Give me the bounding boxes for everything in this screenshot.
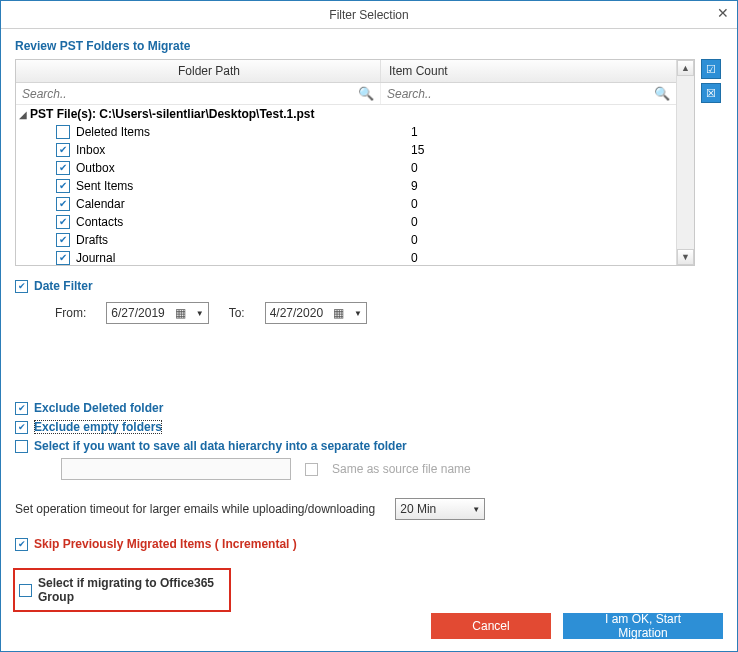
folder-row[interactable]: Outbox0 <box>16 159 676 177</box>
o365-row[interactable]: Select if migrating to Office365 Group <box>19 576 225 604</box>
folder-count: 0 <box>411 215 418 229</box>
to-date-input[interactable]: 4/27/2020 ▦▼ <box>265 302 367 324</box>
timeout-select[interactable]: 20 Min ▼ <box>395 498 485 520</box>
chevron-down-icon[interactable]: ▼ <box>472 505 480 514</box>
exclude-deleted-row[interactable]: Exclude Deleted folder <box>15 401 723 415</box>
timeout-label: Set operation timeout for larger emails … <box>15 502 375 516</box>
search-icon[interactable]: 🔍 <box>634 86 670 101</box>
folder-name: Outbox <box>76 161 115 175</box>
hierarchy-label: Select if you want to save all data hier… <box>34 439 407 453</box>
deselect-all-button[interactable]: ☒ <box>701 83 721 103</box>
search-folder[interactable]: 🔍 <box>16 83 381 104</box>
expander-icon[interactable]: ◢ <box>16 109 30 120</box>
folder-count: 15 <box>411 143 424 157</box>
scroll-down-icon[interactable]: ▼ <box>677 249 694 265</box>
skip-migrated-label: Skip Previously Migrated Items ( Increme… <box>34 537 297 551</box>
o365-checkbox[interactable] <box>19 584 32 597</box>
col-item-count[interactable]: Item Count <box>381 60 676 82</box>
calendar-icon[interactable]: ▦ <box>333 306 344 320</box>
exclude-deleted-checkbox[interactable] <box>15 402 28 415</box>
folder-count: 9 <box>411 179 418 193</box>
search-count[interactable]: 🔍 <box>381 83 676 104</box>
folder-row[interactable]: Inbox15 <box>16 141 676 159</box>
exclude-empty-label: Exclude empty folders <box>34 420 162 434</box>
to-label: To: <box>229 306 245 320</box>
scrollbar[interactable]: ▲ ▼ <box>676 60 694 265</box>
exclude-empty-row[interactable]: Exclude empty folders <box>15 420 723 434</box>
exclude-empty-checkbox[interactable] <box>15 421 28 434</box>
chevron-down-icon[interactable]: ▼ <box>196 309 204 318</box>
folder-name: Sent Items <box>76 179 133 193</box>
same-as-source-checkbox <box>305 463 318 476</box>
section-heading: Review PST Folders to Migrate <box>1 29 737 59</box>
o365-label: Select if migrating to Office365 Group <box>38 576 225 604</box>
root-label: PST File(s): C:\Users\-silentliar\Deskto… <box>30 107 315 121</box>
folder-checkbox[interactable] <box>56 161 70 175</box>
grid-header: Folder Path Item Count <box>16 60 676 83</box>
title-bar: Filter Selection ✕ <box>1 1 737 29</box>
window-title: Filter Selection <box>329 8 408 22</box>
search-folder-input[interactable] <box>22 87 338 101</box>
scroll-up-icon[interactable]: ▲ <box>677 60 694 76</box>
chevron-down-icon[interactable]: ▼ <box>354 309 362 318</box>
folder-count: 0 <box>411 197 418 211</box>
folder-checkbox[interactable] <box>56 197 70 211</box>
folder-checkbox[interactable] <box>56 233 70 247</box>
folder-row[interactable]: Sent Items9 <box>16 177 676 195</box>
skip-migrated-row[interactable]: Skip Previously Migrated Items ( Increme… <box>15 537 723 551</box>
exclude-deleted-label: Exclude Deleted folder <box>34 401 163 415</box>
date-filter-label: Date Filter <box>34 279 93 293</box>
folder-checkbox[interactable] <box>56 251 70 265</box>
same-as-source-label: Same as source file name <box>332 462 471 476</box>
start-migration-button[interactable]: I am OK, Start Migration <box>563 613 723 639</box>
folder-name: Contacts <box>76 215 123 229</box>
folder-count: 0 <box>411 161 418 175</box>
folder-count: 1 <box>411 125 418 139</box>
folder-checkbox[interactable] <box>56 179 70 193</box>
from-date-input[interactable]: 6/27/2019 ▦▼ <box>106 302 208 324</box>
hierarchy-row[interactable]: Select if you want to save all data hier… <box>15 439 723 453</box>
col-folder-path[interactable]: Folder Path <box>16 60 381 82</box>
search-count-input[interactable] <box>387 87 634 101</box>
select-all-button[interactable]: ☑ <box>701 59 721 79</box>
folder-name: Inbox <box>76 143 105 157</box>
folder-count: 0 <box>411 251 418 265</box>
folder-row[interactable]: Drafts0 <box>16 231 676 249</box>
folder-row[interactable]: Contacts0 <box>16 213 676 231</box>
search-icon[interactable]: 🔍 <box>338 86 374 101</box>
folder-checkbox[interactable] <box>56 125 70 139</box>
folder-checkbox[interactable] <box>56 143 70 157</box>
folder-row[interactable]: Deleted Items1 <box>16 123 676 141</box>
cancel-button[interactable]: Cancel <box>431 613 551 639</box>
folder-row[interactable]: Calendar0 <box>16 195 676 213</box>
skip-migrated-checkbox[interactable] <box>15 538 28 551</box>
tree-root[interactable]: ◢ PST File(s): C:\Users\-silentliar\Desk… <box>16 105 676 123</box>
folder-row[interactable]: Journal0 <box>16 249 676 265</box>
calendar-icon[interactable]: ▦ <box>175 306 186 320</box>
date-filter-checkbox[interactable] <box>15 280 28 293</box>
folder-count: 0 <box>411 233 418 247</box>
o365-highlight-box: Select if migrating to Office365 Group <box>13 568 231 612</box>
date-filter-row[interactable]: Date Filter <box>15 279 723 293</box>
hierarchy-checkbox[interactable] <box>15 440 28 453</box>
folder-name: Drafts <box>76 233 108 247</box>
folder-checkbox[interactable] <box>56 215 70 229</box>
folder-name: Journal <box>76 251 115 265</box>
hierarchy-folder-input[interactable] <box>61 458 291 480</box>
from-label: From: <box>55 306 86 320</box>
folder-name: Deleted Items <box>76 125 150 139</box>
close-icon[interactable]: ✕ <box>717 5 729 21</box>
folder-name: Calendar <box>76 197 125 211</box>
